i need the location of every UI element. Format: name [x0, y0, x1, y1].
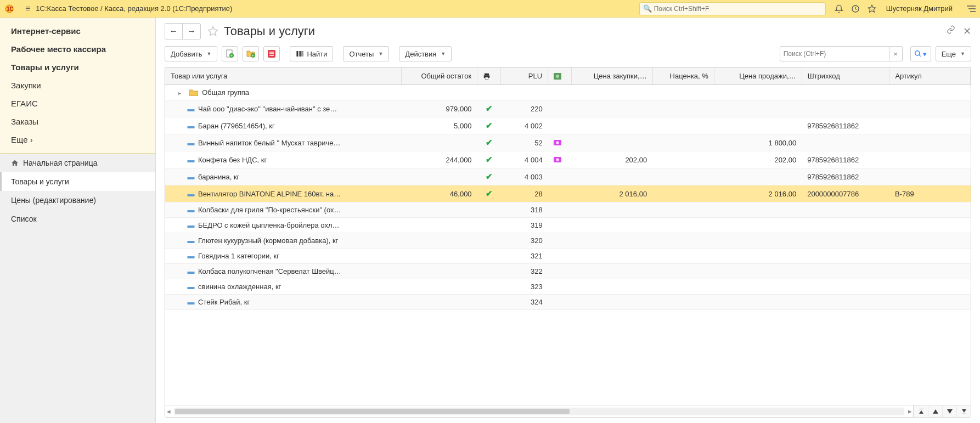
favorite-star-icon[interactable]: [207, 26, 218, 37]
link-icon[interactable]: [947, 25, 955, 37]
logo-1c-icon: 1С: [4, 3, 20, 14]
table-row[interactable]: ▬БЕДРО с кожей цыпленка-бройлера охл…319: [165, 218, 971, 233]
svg-point-31: [556, 141, 559, 144]
reports-button[interactable]: Отчеты ▼: [343, 46, 389, 61]
col-money-icon[interactable]: [548, 67, 572, 85]
create-doc-button[interactable]: +: [222, 46, 238, 61]
close-icon[interactable]: ✕: [963, 25, 971, 37]
svg-marker-3: [868, 5, 875, 12]
caret-down-icon: ▼: [206, 51, 211, 57]
group-label: Общая группа: [202, 88, 249, 97]
table-row[interactable]: ▬Колбаса полукопченая "Сервелат Швейц…32…: [165, 264, 971, 279]
star-icon[interactable]: [868, 4, 876, 13]
svg-text:1С: 1С: [7, 6, 14, 12]
find-button[interactable]: Найти: [290, 46, 333, 61]
sidebar-item-goods[interactable]: Товары и услуги: [0, 58, 155, 76]
table-footer: ◂ ▸: [165, 405, 971, 417]
table-row[interactable]: ▬Вентилятор BINATONE ALPINE 160вт, на…46…: [165, 185, 971, 202]
nav-arrows: ← →: [165, 23, 201, 40]
sidebar-nav-top: Интернет-сервис Рабочее место кассира То…: [0, 18, 155, 154]
col-article[interactable]: Артикул: [889, 67, 971, 85]
table-row[interactable]: ▬Чай ооо "диас-эко" "иван-чай-иван" с зе…: [165, 100, 971, 117]
sidebar-item-prices[interactable]: Цены (редактирование): [0, 191, 155, 210]
back-button[interactable]: ←: [165, 24, 183, 39]
col-plu[interactable]: PLU: [501, 67, 548, 85]
col-sell[interactable]: Цена продажи,…: [714, 67, 802, 85]
table-row[interactable]: ▬свинина охлажденная, кг323: [165, 279, 971, 295]
more-button[interactable]: Еще ▼: [936, 46, 971, 61]
table-header-row: Товар или услуга Общий остаток PLU Цена …: [165, 67, 971, 85]
table-row[interactable]: ▬Глютен кукурузный (кормовая добавка), к…: [165, 233, 971, 249]
expand-icon[interactable]: ▸: [178, 90, 185, 96]
sidebar-nav-bottom: Начальная страница Товары и услуги Цены …: [0, 154, 155, 423]
menu-icon[interactable]: ≡: [25, 4, 30, 14]
table-group-row[interactable]: ▸ Общая группа: [165, 85, 971, 100]
col-name[interactable]: Товар или услуга: [165, 67, 401, 85]
caret-down-icon: ▼: [960, 51, 965, 57]
svg-text:+: +: [230, 53, 233, 58]
app-title: 1С:Касса Тестовое / Касса, редакция 2.0 …: [36, 4, 232, 13]
svg-point-33: [556, 158, 559, 161]
app-header: 1С ≡ 1С:Касса Тестовое / Касса, редакция…: [0, 0, 980, 18]
content: ← → Товары и услуги ✕ Добавить ▼ +: [156, 18, 980, 423]
sidebar-item-cashier[interactable]: Рабочее место кассира: [0, 40, 155, 58]
create-folder-button[interactable]: +: [243, 46, 259, 61]
actions-button[interactable]: Действия ▼: [399, 46, 452, 61]
search-execute-button[interactable]: ▾: [910, 46, 931, 61]
table-row[interactable]: ▬Стейк Рибай, кг324: [165, 295, 971, 310]
settings-lines-icon[interactable]: [967, 5, 976, 13]
col-printer-icon[interactable]: [477, 67, 501, 85]
global-search-input[interactable]: [654, 5, 822, 13]
search-clear-button[interactable]: ×: [889, 46, 903, 61]
table-search[interactable]: [780, 46, 889, 61]
row-last-button[interactable]: [956, 405, 971, 418]
h-scrollbar[interactable]: [174, 408, 904, 415]
bell-icon[interactable]: [835, 4, 843, 13]
sidebar-item-egais[interactable]: ЕГАИС: [0, 94, 155, 112]
goods-table: Товар или услуга Общий остаток PLU Цена …: [165, 67, 971, 418]
sidebar-item-more[interactable]: Еще ›: [0, 131, 155, 149]
col-stock[interactable]: Общий остаток: [401, 67, 477, 85]
sidebar-item-orders[interactable]: Заказы: [0, 112, 155, 131]
scroll-left-icon[interactable]: ◂: [165, 407, 172, 415]
add-button[interactable]: Добавить ▼: [165, 46, 217, 61]
sidebar-item-purchases[interactable]: Закупки: [0, 76, 155, 94]
actions-label: Действия: [405, 50, 436, 58]
table-row[interactable]: ▬Говядина 1 категории, кг321: [165, 249, 971, 264]
col-buy[interactable]: Цена закупки,…: [572, 67, 652, 85]
table-row[interactable]: ▬баранина, кг✔4 0039785926811862: [165, 168, 971, 185]
row-up-button[interactable]: [928, 405, 942, 418]
user-name[interactable]: Шустерняк Дмитрий: [886, 4, 953, 13]
caret-down-icon: ▼: [441, 51, 446, 57]
forward-button[interactable]: →: [183, 24, 200, 39]
find-label: Найти: [307, 50, 327, 58]
more-label: Еще: [942, 50, 956, 58]
table-row[interactable]: ▬Винный напиток белый " Мускат тавриче…✔…: [165, 134, 971, 151]
col-barcode[interactable]: Штрихкод: [802, 67, 889, 85]
svg-point-29: [556, 75, 559, 78]
global-search[interactable]: 🔍: [639, 2, 826, 15]
barcode-icon: [296, 50, 303, 58]
svg-text:+: +: [252, 53, 255, 58]
col-markup[interactable]: Наценка, %: [652, 67, 714, 85]
row-first-button[interactable]: [914, 405, 928, 418]
row-down-button[interactable]: [942, 405, 956, 418]
red-list-button[interactable]: [263, 46, 280, 61]
search-icon: 🔍: [643, 4, 652, 13]
sidebar-item-label: Начальная страница: [23, 159, 97, 167]
folder-icon: [189, 88, 200, 97]
sidebar-item-goods-open[interactable]: Товары и услуги: [0, 172, 155, 191]
sidebar-item-home[interactable]: Начальная страница: [0, 154, 155, 172]
sidebar: Интернет-сервис Рабочее место кассира То…: [0, 18, 156, 423]
scroll-right-icon[interactable]: ▸: [906, 407, 913, 415]
svg-marker-38: [962, 409, 966, 413]
sidebar-item-internet[interactable]: Интернет-сервис: [0, 22, 155, 40]
table-row[interactable]: ▬Конфета без НДС, кг244,000✔4 004202,002…: [165, 151, 971, 168]
sidebar-item-list[interactable]: Список: [0, 210, 155, 228]
history-icon[interactable]: [851, 4, 860, 13]
table-row[interactable]: ▬Колбаски для гриля "По-крестьянски" (ох…: [165, 202, 971, 218]
svg-marker-35: [919, 410, 923, 414]
page-title: Товары и услуги: [224, 24, 947, 38]
table-row[interactable]: ▬Баран (7796514654), кг5,000✔4 002978592…: [165, 117, 971, 134]
table-search-input[interactable]: [784, 50, 886, 58]
